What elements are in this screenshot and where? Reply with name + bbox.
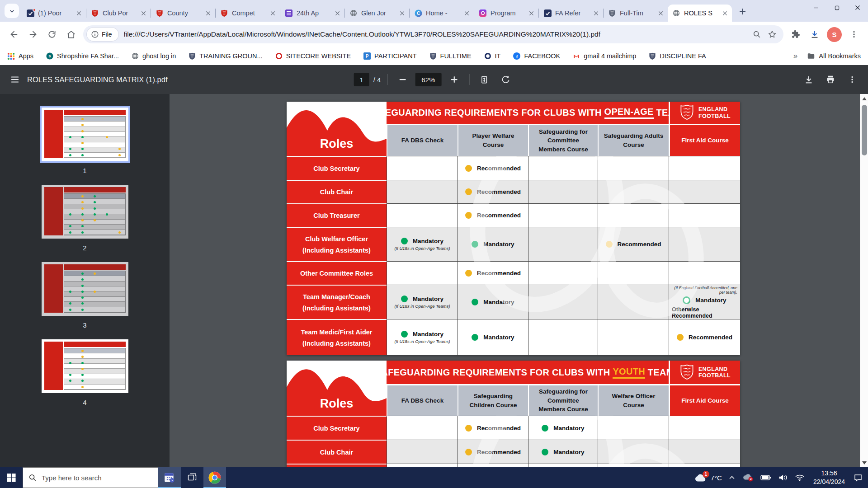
bookmark-participant[interactable]: PPARTICIPANT bbox=[363, 52, 416, 60]
new-tab-button[interactable] bbox=[736, 5, 749, 18]
requirement: Recommended bbox=[465, 449, 521, 455]
scroll-up-arrow[interactable] bbox=[860, 94, 868, 103]
weather-widget[interactable]: 1 7°C bbox=[694, 473, 722, 482]
bookmark-gmail-4-mailchimp[interactable]: gmail 4 mailchimp bbox=[573, 52, 636, 60]
tab-close-button[interactable] bbox=[268, 9, 277, 18]
column-header-safeguarding-children-course: Safeguarding Children Course bbox=[458, 385, 528, 416]
scroll-down-arrow[interactable] bbox=[860, 458, 868, 467]
tab-close-button[interactable] bbox=[462, 9, 471, 18]
forward-button[interactable] bbox=[24, 25, 42, 44]
apps-shortcut[interactable]: Apps bbox=[7, 52, 33, 60]
tab-full-tim[interactable]: Full-Tim bbox=[604, 5, 668, 22]
close-icon bbox=[658, 11, 663, 16]
tab-search-button[interactable] bbox=[5, 4, 19, 18]
bookmark-sitecore-website[interactable]: SITECORE WEBSITE bbox=[275, 52, 351, 60]
page-thumbnail-1[interactable] bbox=[42, 108, 128, 161]
todo-check-icon bbox=[27, 9, 34, 17]
requirement-label: Mandatory bbox=[413, 238, 443, 244]
matrix-cell bbox=[669, 464, 740, 467]
task-view-button[interactable] bbox=[181, 467, 203, 488]
bookmark-discipline-fa[interactable]: DISCIPLINE FA bbox=[649, 52, 706, 60]
tab-club-por[interactable]: Club Por bbox=[86, 5, 151, 22]
zoom-out-button[interactable] bbox=[394, 71, 411, 88]
tab-1-poor[interactable]: (1) Poor bbox=[22, 5, 86, 22]
fit-page-button[interactable] bbox=[476, 71, 493, 88]
tab-compet[interactable]: Compet bbox=[216, 5, 280, 22]
tab-program[interactable]: Program bbox=[474, 5, 538, 22]
table-title-banner: SAFEGUARDING REQUIREMENTS FOR CLUBS WITH… bbox=[387, 361, 669, 385]
browser-menu-button[interactable] bbox=[844, 25, 863, 44]
zoom-indicator-button[interactable] bbox=[749, 27, 764, 42]
yellow-dot-icon bbox=[465, 212, 472, 219]
requirement: Recommended bbox=[677, 334, 732, 341]
minimize-button[interactable] bbox=[806, 0, 826, 15]
zoom-level[interactable]: 62% bbox=[415, 73, 441, 86]
taskbar-search[interactable]: Type here to search bbox=[23, 467, 158, 488]
file-scheme-chip[interactable]: File bbox=[87, 28, 118, 41]
tab-county[interactable]: County bbox=[151, 5, 215, 22]
bookmark-it[interactable]: IT bbox=[484, 52, 501, 60]
page-number-input[interactable]: 1 bbox=[354, 73, 369, 86]
bookmark-star-button[interactable] bbox=[764, 27, 780, 42]
pdf-print-button[interactable] bbox=[822, 71, 839, 88]
tab-close-button[interactable] bbox=[720, 9, 729, 18]
requirement: Mandatory bbox=[472, 241, 514, 248]
tab-24th-ap[interactable]: 24th Ap bbox=[280, 5, 344, 22]
start-button[interactable] bbox=[0, 467, 23, 488]
page-thumbnail-3[interactable] bbox=[42, 262, 128, 316]
page-thumbnail-4[interactable] bbox=[42, 339, 128, 393]
pdf-download-button[interactable] bbox=[800, 71, 817, 88]
all-bookmarks-button[interactable]: All Bookmarks bbox=[807, 52, 861, 60]
yellow-dot-icon bbox=[81, 386, 84, 388]
role-cell-club-treasurer: Club Treasurer bbox=[287, 203, 387, 227]
tab-close-button[interactable] bbox=[397, 9, 406, 18]
rotate-button[interactable] bbox=[497, 71, 514, 88]
scrollbar-thumb[interactable] bbox=[862, 105, 867, 155]
maximize-button[interactable] bbox=[826, 0, 847, 15]
tab-close-button[interactable] bbox=[656, 9, 665, 18]
hidden-icons-button[interactable] bbox=[729, 475, 735, 480]
volume-tray-icon[interactable] bbox=[778, 474, 788, 481]
bookmarks-overflow-button[interactable]: » bbox=[793, 52, 798, 61]
close-icon bbox=[464, 11, 469, 16]
close-button[interactable] bbox=[847, 0, 868, 15]
thumb-banner bbox=[64, 342, 125, 347]
address-bar[interactable]: File file:///C:/Users/VTranter/AppData/L… bbox=[83, 25, 783, 43]
zoom-in-button[interactable] bbox=[445, 71, 462, 88]
scrollbar[interactable] bbox=[860, 94, 868, 467]
bookmark-shropshire-fa-shar[interactable]: sShropshire FA Shar... bbox=[46, 52, 119, 60]
network-tray-icon[interactable] bbox=[795, 474, 805, 481]
tab-close-button[interactable] bbox=[333, 9, 342, 18]
tab-close-button[interactable] bbox=[203, 9, 212, 18]
taskbar-chrome-app[interactable] bbox=[203, 467, 226, 488]
battery-tray-icon[interactable] bbox=[760, 474, 771, 481]
profile-avatar[interactable]: S bbox=[827, 27, 842, 42]
bookmark-fulltime[interactable]: FULLTIME bbox=[429, 52, 472, 60]
taskbar-clock[interactable]: 13:56 22/04/2024 bbox=[813, 469, 845, 486]
pdf-menu-button[interactable] bbox=[6, 71, 24, 88]
tab-close-button[interactable] bbox=[74, 9, 83, 18]
bookmark-training-groun[interactable]: TRAINING GROUN... bbox=[189, 52, 262, 60]
home-button[interactable] bbox=[61, 25, 80, 44]
tab-close-button[interactable] bbox=[527, 9, 536, 18]
action-center-button[interactable] bbox=[854, 473, 863, 482]
extensions-button[interactable] bbox=[786, 25, 805, 44]
column-header-safeguarding-adults-course: Safeguarding Adults Course bbox=[598, 125, 669, 156]
bookmark-facebook[interactable]: fFACEBOOK bbox=[513, 52, 560, 60]
tab-roles-s[interactable]: ROLES S bbox=[668, 5, 732, 22]
tab-close-button[interactable] bbox=[139, 9, 148, 18]
tab-home[interactable]: CHome - bbox=[410, 5, 474, 22]
onedrive-tray-icon[interactable] bbox=[742, 474, 754, 482]
downloads-button[interactable] bbox=[805, 25, 824, 44]
reload-button[interactable] bbox=[42, 25, 61, 44]
bookmark-ghost-log-in[interactable]: ghost log in bbox=[132, 52, 176, 60]
pdf-more-button[interactable] bbox=[844, 71, 861, 88]
tab-fa-refer[interactable]: FA Refer bbox=[539, 5, 603, 22]
folder-icon bbox=[807, 52, 815, 60]
taskbar-calendar-app[interactable] bbox=[158, 467, 181, 488]
tab-close-button[interactable] bbox=[591, 9, 600, 18]
page-thumbnail-2[interactable] bbox=[42, 185, 128, 239]
tab-glen-jor[interactable]: Glen Jor bbox=[345, 5, 409, 22]
apps-grid-icon bbox=[7, 52, 15, 60]
back-button[interactable] bbox=[5, 25, 24, 44]
